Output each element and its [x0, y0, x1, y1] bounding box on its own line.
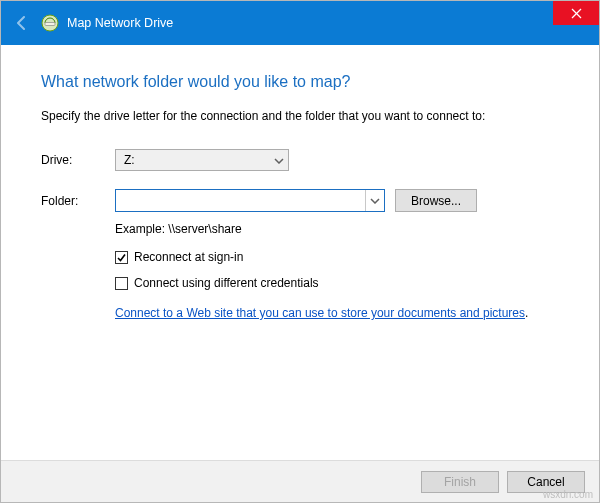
drive-icon [41, 14, 59, 32]
drive-value: Z: [124, 153, 135, 167]
chevron-down-icon[interactable] [365, 190, 384, 211]
titlebar: Map Network Drive [1, 1, 599, 45]
diffcreds-checkbox-row: Connect using different credentials [115, 276, 563, 290]
watermark: wsxdn.com [543, 489, 593, 500]
chevron-down-icon [274, 153, 284, 167]
reconnect-label: Reconnect at sign-in [134, 250, 243, 264]
map-network-drive-window: Map Network Drive What network folder wo… [0, 0, 600, 503]
page-heading: What network folder would you like to ma… [41, 73, 563, 91]
reconnect-checkbox[interactable] [115, 251, 128, 264]
drive-select[interactable]: Z: [115, 149, 289, 171]
finish-button[interactable]: Finish [421, 471, 499, 493]
drive-row: Drive: Z: [41, 149, 563, 171]
example-text: Example: \\server\share [115, 222, 563, 236]
folder-input[interactable] [116, 190, 365, 211]
content-area: What network folder would you like to ma… [1, 45, 599, 460]
close-button[interactable] [553, 1, 599, 25]
connect-website-link[interactable]: Connect to a Web site that you can use t… [115, 306, 525, 320]
footer: Finish Cancel [1, 460, 599, 502]
link-period: . [525, 306, 528, 320]
website-link-row: Connect to a Web site that you can use t… [115, 306, 563, 320]
folder-label: Folder: [41, 194, 115, 208]
folder-row: Folder: Browse... [41, 189, 563, 212]
diffcreds-checkbox[interactable] [115, 277, 128, 290]
window-title: Map Network Drive [67, 16, 173, 30]
browse-button[interactable]: Browse... [395, 189, 477, 212]
diffcreds-label: Connect using different credentials [134, 276, 319, 290]
back-arrow-icon [9, 14, 35, 32]
svg-rect-1 [45, 23, 55, 26]
folder-combo[interactable] [115, 189, 385, 212]
instruction-text: Specify the drive letter for the connect… [41, 109, 563, 123]
reconnect-checkbox-row: Reconnect at sign-in [115, 250, 563, 264]
drive-label: Drive: [41, 153, 115, 167]
